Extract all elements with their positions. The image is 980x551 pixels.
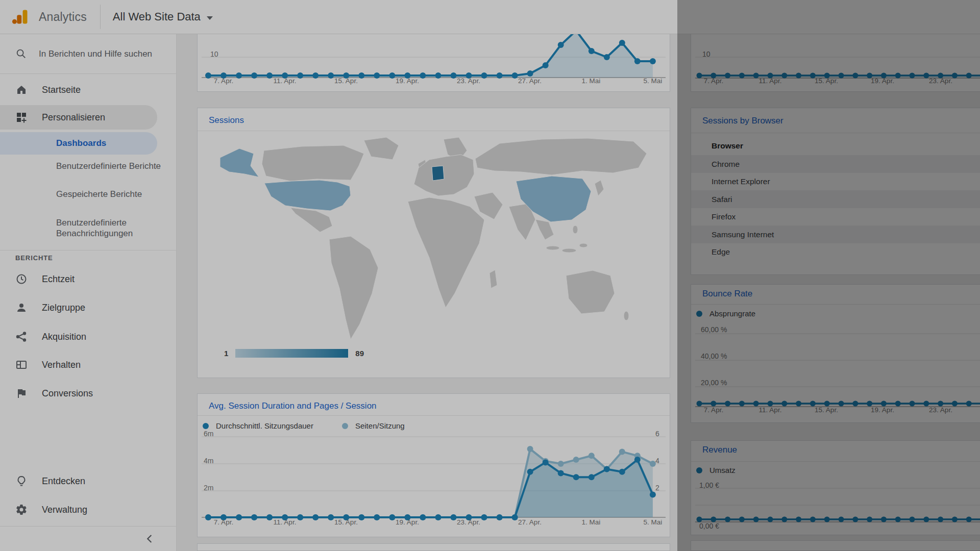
users-overtime-chart[interactable]: 107. Apr.11. Apr.15. Apr.19. Apr.23. Apr… — [198, 34, 670, 91]
sidebar-item-label: Akquisition — [42, 332, 86, 342]
card-divider — [691, 133, 980, 133]
browser-name: Chrome — [712, 160, 740, 169]
sidebar-item-personalisieren[interactable]: Personalisieren — [0, 105, 157, 130]
top-nav: Analytics All Web Site Data — [0, 0, 980, 34]
svg-text:2m: 2m — [204, 484, 213, 492]
map-usa-highlight — [264, 180, 351, 211]
next-card-edge — [691, 540, 980, 551]
sidebar-item-label: Verwaltung — [42, 505, 87, 515]
sidebar-subitem-label: Gespeicherte Berichte — [56, 189, 166, 199]
bounce-rate-chart[interactable]: 60,00 %40,00 %20,00 %7. Apr.11. Apr.15. … — [691, 285, 980, 422]
svg-text:1. Mai: 1. Mai — [582, 518, 601, 526]
svg-text:5. Mai: 5. Mai — [644, 518, 663, 526]
svg-text:15. Apr.: 15. Apr. — [334, 518, 358, 526]
lightbulb-icon — [15, 475, 28, 487]
sidebar: Startseite Personalisieren Dashboards Be… — [0, 34, 177, 551]
table-row[interactable]: Chrome — [691, 155, 980, 173]
sidebar-item-label: Zielgruppe — [42, 303, 85, 313]
sidebar-item-label: Startseite — [42, 85, 81, 95]
avg-session-chart[interactable]: 6m64m42m27. Apr.11. Apr.15. Apr.19. Apr.… — [198, 394, 670, 537]
sidebar-subitem-label: Dashboards — [56, 138, 106, 148]
collapse-sidebar-button[interactable] — [143, 532, 157, 546]
sidebar-item-echtzeit[interactable]: Echtzeit — [0, 267, 176, 291]
svg-text:11. Apr.: 11. Apr. — [274, 77, 297, 85]
svg-text:6m: 6m — [204, 430, 213, 438]
sidebar-subitem-label: Benutzerdefinierte Benachrichtigungen — [56, 217, 166, 239]
table-row[interactable]: Firefox — [691, 208, 980, 226]
sidebar-search[interactable] — [0, 34, 176, 74]
table-row[interactable]: Internet Explorer — [691, 173, 980, 191]
svg-text:4: 4 — [655, 457, 659, 465]
sidebar-subitem-benutzerdefinierte-berichte[interactable]: Benutzerdefinierte Berichte — [0, 161, 176, 182]
behavior-icon — [15, 359, 28, 371]
svg-text:19. Apr.: 19. Apr. — [871, 77, 894, 85]
map-greenland — [364, 137, 399, 160]
map-russia — [475, 138, 647, 175]
legend-gradient-bar — [235, 349, 348, 358]
sidebar-item-zielgruppe[interactable]: Zielgruppe — [0, 295, 176, 320]
sidebar-item-entdecken[interactable]: Entdecken — [0, 469, 176, 493]
sidebar-item-label: Echtzeit — [42, 274, 75, 285]
svg-text:19. Apr.: 19. Apr. — [396, 77, 419, 85]
sidebar-item-startseite[interactable]: Startseite — [0, 78, 176, 102]
svg-text:10: 10 — [702, 50, 710, 58]
sidebar-subitem-benutzerdefinierte-benachrichtigungen[interactable]: Benutzerdefinierte Benachrichtigungen — [0, 217, 176, 239]
svg-text:10: 10 — [210, 50, 218, 58]
svg-text:23. Apr.: 23. Apr. — [929, 77, 952, 85]
sidebar-subitem-gespeicherte-berichte[interactable]: Gespeicherte Berichte — [0, 189, 176, 210]
search-input[interactable] — [38, 44, 167, 64]
svg-text:27. Apr.: 27. Apr. — [518, 77, 542, 85]
world-map[interactable] — [215, 136, 659, 350]
account-selector[interactable]: All Web Site Data — [113, 10, 213, 23]
sidebar-item-label: Personalisieren — [42, 112, 105, 123]
svg-text:11. Apr.: 11. Apr. — [759, 77, 782, 85]
map-south-america — [329, 236, 378, 339]
map-madagascar — [489, 270, 497, 288]
map-mexico — [290, 208, 332, 232]
svg-text:1,00 €: 1,00 € — [699, 481, 719, 489]
map-se-asia — [535, 219, 554, 240]
sessions-by-browser-card: Sessions by Browser Browser Chrome Inter… — [691, 108, 980, 275]
gear-icon — [15, 504, 28, 516]
map-indonesia — [562, 248, 576, 253]
table-row[interactable]: Samsung Internet — [691, 226, 980, 243]
customize-icon — [15, 111, 28, 123]
sidebar-item-label: Entdecken — [42, 476, 85, 487]
table-row[interactable]: Edge — [691, 243, 980, 261]
sidebar-subitem-label: Benutzerdefinierte Berichte — [56, 161, 166, 171]
sidebar-item-conversions[interactable]: Conversions — [0, 381, 176, 406]
revenue-chart[interactable]: 1,00 €0,00 € — [691, 441, 980, 535]
map-color-legend: 1 89 — [224, 349, 364, 358]
users-overtime-card: 107. Apr.11. Apr.15. Apr.19. Apr.23. Apr… — [197, 34, 670, 92]
account-name: All Web Site Data — [113, 10, 201, 23]
map-indonesia — [579, 243, 587, 247]
svg-text:11. Apr.: 11. Apr. — [274, 518, 297, 526]
map-canada — [262, 145, 364, 181]
analytics-logo-icon[interactable] — [11, 8, 30, 26]
sidebar-item-akquisition[interactable]: Akquisition — [0, 324, 176, 349]
card-title-sessions-by-browser[interactable]: Sessions by Browser — [702, 116, 783, 126]
svg-text:7. Apr.: 7. Apr. — [704, 406, 723, 414]
search-icon — [15, 48, 27, 59]
browser-name: Firefox — [712, 212, 736, 221]
sidebar-item-verwaltung[interactable]: Verwaltung — [0, 497, 176, 522]
chevron-down-icon — [207, 16, 213, 20]
map-japan — [595, 180, 604, 196]
svg-text:27. Apr.: 27. Apr. — [518, 518, 542, 526]
sidebar-item-verhalten[interactable]: Verhalten — [0, 353, 176, 377]
table-row[interactable]: Safari — [691, 190, 980, 208]
svg-text:19. Apr.: 19. Apr. — [871, 406, 894, 414]
svg-text:15. Apr.: 15. Apr. — [815, 406, 838, 414]
sessions-map-card: Sessions 1 89 — [197, 108, 670, 378]
svg-text:19. Apr.: 19. Apr. — [396, 518, 419, 526]
legend-max: 89 — [355, 349, 364, 358]
sidebar-subitem-dashboards[interactable]: Dashboards — [0, 132, 157, 155]
svg-text:40,00 %: 40,00 % — [701, 352, 727, 360]
map-indonesia — [546, 246, 559, 250]
card-title-sessions[interactable]: Sessions — [209, 115, 244, 126]
person-icon — [15, 302, 28, 314]
map-australia — [566, 270, 615, 314]
table-header-row: Browser — [691, 137, 980, 155]
users-overtime-chart-right[interactable]: 107. Apr.11. Apr.15. Apr.19. Apr.23. Apr… — [691, 34, 980, 91]
legend-min: 1 — [224, 349, 228, 358]
